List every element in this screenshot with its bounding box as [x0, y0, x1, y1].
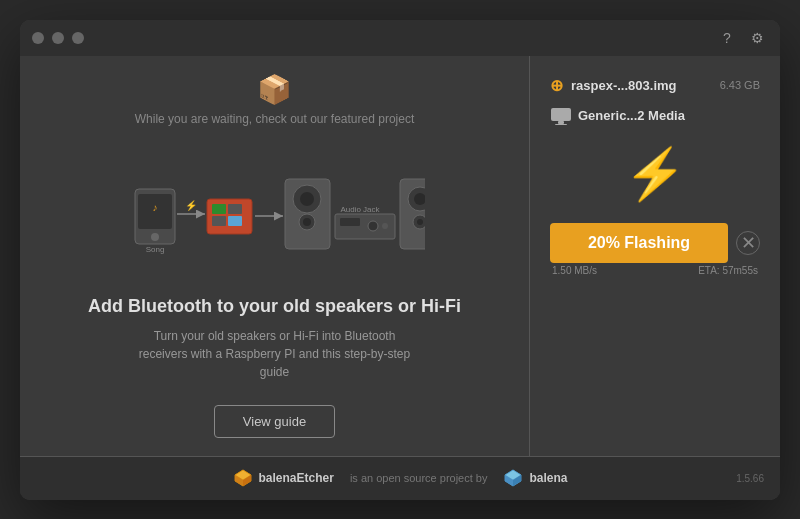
svg-text:Song: Song [145, 245, 164, 254]
flash-button-wrapper: 20% Flashing [550, 223, 728, 263]
svg-text:Audio Jack: Audio Jack [340, 205, 380, 214]
cancel-button[interactable]: ✕ [736, 231, 760, 255]
cancel-icon: ✕ [741, 232, 756, 254]
flash-icon: ⚡ [624, 145, 686, 203]
file-row: ⊕ raspex-...803.img 6.43 GB [550, 76, 760, 95]
project-desc: Turn your old speakers or Hi-Fi into Blu… [135, 327, 415, 381]
footer-balena: balena [503, 468, 567, 488]
main-content: 📦 While you are waiting, check out our f… [20, 56, 780, 456]
version-text: 1.5.66 [736, 473, 764, 484]
file-size: 6.43 GB [720, 79, 760, 91]
titlebar-actions: ? ⚙ [718, 29, 766, 47]
app-window: ? ⚙ 📦 While you are waiting, check out o… [20, 20, 780, 500]
minimize-button[interactable] [52, 32, 64, 44]
drive-name: Generic...2 Media [578, 108, 685, 123]
eta-text: ETA: 57m55s [698, 265, 758, 276]
footer-brand: balenaEtcher is an open source project b… [233, 468, 568, 488]
right-panel: ⊕ raspex-...803.img 6.43 GB Generic...2 … [530, 56, 780, 456]
svg-point-25 [382, 223, 388, 229]
view-guide-button[interactable]: View guide [214, 405, 335, 438]
flash-progress-bar: 20% Flashing [550, 223, 728, 263]
package-icon: 📦 [257, 73, 292, 106]
flash-icon-container: ⚡ [550, 145, 760, 203]
svg-point-21 [303, 218, 311, 226]
svg-rect-36 [551, 108, 571, 121]
illustration: ♪ Song ⚡ [125, 142, 425, 276]
drive-row: Generic...2 Media [550, 107, 760, 125]
svg-text:⚡: ⚡ [185, 199, 198, 212]
svg-rect-23 [340, 218, 360, 226]
svg-point-19 [300, 192, 314, 206]
drive-icon [550, 107, 572, 125]
maximize-button[interactable] [72, 32, 84, 44]
svg-rect-10 [212, 216, 226, 226]
left-panel: 📦 While you are waiting, check out our f… [20, 56, 530, 456]
svg-point-31 [417, 219, 423, 225]
titlebar: ? ⚙ [20, 20, 780, 56]
open-source-text: is an open source project by [350, 472, 488, 484]
svg-rect-8 [212, 204, 226, 214]
footer: balenaEtcher is an open source project b… [20, 456, 780, 500]
featured-label: While you are waiting, check out our fea… [135, 112, 414, 126]
balena-label: balena [529, 471, 567, 485]
speed-eta: 1.50 MB/s ETA: 57m55s [550, 265, 760, 276]
footer-etcher: balenaEtcher [233, 468, 334, 488]
svg-rect-9 [228, 204, 242, 214]
plus-icon: ⊕ [550, 76, 563, 95]
svg-text:♪: ♪ [152, 202, 157, 213]
etcher-label: balenaEtcher [259, 471, 334, 485]
flash-row: 20% Flashing ✕ [550, 223, 760, 263]
svg-rect-11 [228, 216, 242, 226]
project-title: Add Bluetooth to your old speakers or Hi… [88, 296, 461, 317]
close-button[interactable] [32, 32, 44, 44]
svg-rect-37 [558, 121, 564, 124]
speed-text: 1.50 MB/s [552, 265, 597, 276]
balena-logo-icon [503, 468, 523, 488]
svg-rect-38 [555, 124, 567, 125]
svg-point-24 [368, 221, 378, 231]
svg-point-2 [151, 233, 159, 241]
flash-progress-text: 20% Flashing [588, 234, 690, 252]
help-icon[interactable]: ? [718, 29, 736, 47]
etcher-logo-icon [233, 468, 253, 488]
traffic-lights [32, 32, 84, 44]
settings-icon[interactable]: ⚙ [748, 29, 766, 47]
file-name: raspex-...803.img [571, 78, 677, 93]
